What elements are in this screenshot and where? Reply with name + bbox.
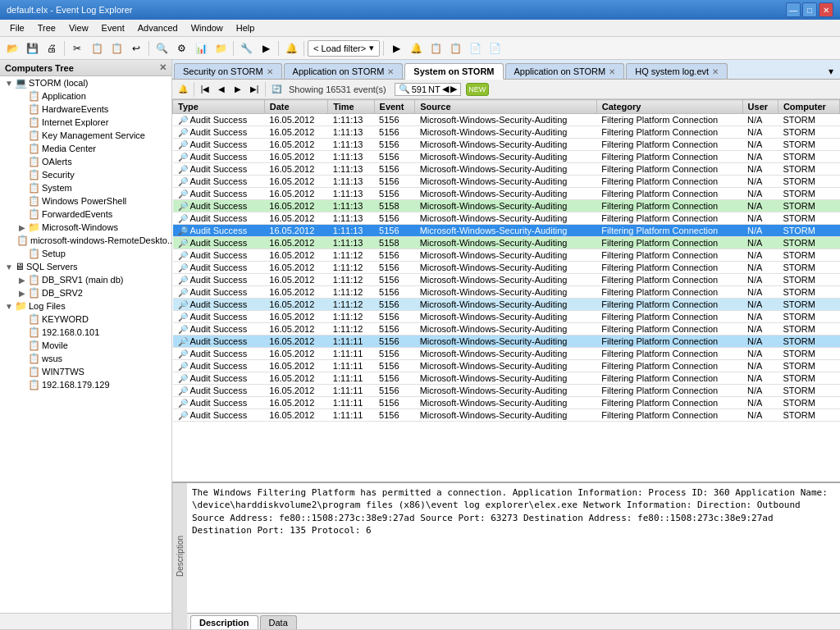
log-first-btn[interactable]: |◀ xyxy=(198,82,212,97)
table-row[interactable]: 🔎Audit Success16.05.20121:11:135156Micro… xyxy=(173,114,840,126)
table-row[interactable]: 🔎Audit Success16.05.20121:11:115156Micro… xyxy=(173,360,840,372)
tree-item[interactable]: 📋192.168.0.101 xyxy=(0,326,171,339)
table-header-cell[interactable]: Date xyxy=(264,100,328,114)
tb-print[interactable]: 🖨 xyxy=(43,39,61,57)
tree-item[interactable]: 📋192.168.179.129 xyxy=(0,378,171,391)
desc-tab-item[interactable]: Description xyxy=(190,615,258,629)
tree-item[interactable]: ▶📋DB_SRV1 (main db) xyxy=(0,273,171,286)
tb-btn-extra1[interactable]: ▶ xyxy=(387,39,405,57)
table-row[interactable]: 🔎Audit Success16.05.20121:11:125156Micro… xyxy=(173,262,840,274)
tree-item[interactable]: 📋ForwardedEvents xyxy=(0,208,171,221)
tab-close-button[interactable]: ✕ xyxy=(267,67,273,76)
tree-item[interactable]: 📋Application xyxy=(0,89,171,103)
table-row[interactable]: 🔎Audit Success16.05.20121:11:125156Micro… xyxy=(173,274,840,286)
tree-expander-icon[interactable]: ▼ xyxy=(3,79,15,88)
tree-item[interactable]: 📋Security xyxy=(0,168,171,181)
menu-advanced[interactable]: Advanced xyxy=(131,21,185,34)
table-row[interactable]: 🔎Audit Success16.05.20121:11:135156Micro… xyxy=(173,212,840,225)
table-row[interactable]: 🔎Audit Success16.05.20121:11:135158Micro… xyxy=(173,200,840,212)
tree-item[interactable]: 📋System xyxy=(0,181,171,194)
tb-folder[interactable]: 📁 xyxy=(212,39,230,57)
tree-item[interactable]: 📋Key Management Service xyxy=(0,129,171,142)
table-row[interactable]: 🔎Audit Success16.05.20121:11:115156Micro… xyxy=(173,385,840,397)
tree-item[interactable]: 📋WIN7TWS xyxy=(0,365,171,378)
tb-filter-icon[interactable]: 🔔 xyxy=(282,39,300,57)
table-row[interactable]: 🔎Audit Success16.05.20121:11:125156Micro… xyxy=(173,299,840,311)
tree-item[interactable]: 📋Movile xyxy=(0,339,171,352)
table-row[interactable]: 🔎Audit Success16.05.20121:11:135156Micro… xyxy=(173,126,840,139)
tb-save[interactable]: 💾 xyxy=(23,39,41,57)
left-panel-close-button[interactable]: ✕ xyxy=(159,62,167,73)
tree-item[interactable]: 📋KEYWORD xyxy=(0,313,171,326)
tb-cut[interactable]: ✂ xyxy=(68,39,86,57)
menu-window[interactable]: Window xyxy=(185,21,230,34)
tree-item[interactable]: 📋Windows PowerShell xyxy=(0,194,171,208)
tb-tools[interactable]: 🔧 xyxy=(237,39,255,57)
log-refresh-btn[interactable]: 🔄 xyxy=(269,82,284,97)
tab-item[interactable]: Application on STORM✕ xyxy=(505,63,625,79)
tab-item[interactable]: System on STORM xyxy=(404,63,503,80)
tb-copy[interactable]: 📋 xyxy=(88,39,106,57)
event-table-container[interactable]: TypeDateTimeEventSourceCategoryUserCompu… xyxy=(172,99,840,482)
log-new-btn[interactable]: NEW xyxy=(466,83,489,96)
filter-dropdown[interactable]: < Load filter> ▾ xyxy=(308,40,380,57)
tab-item[interactable]: HQ system log.evt✕ xyxy=(626,63,728,79)
tree-expander-icon[interactable]: ▼ xyxy=(3,302,15,311)
tree-item[interactable]: ▼📁Log Files xyxy=(0,299,171,313)
log-prev-btn[interactable]: ◀ xyxy=(214,82,229,97)
table-header-cell[interactable]: Category xyxy=(596,100,742,114)
tree-item[interactable]: 📋HardwareEvents xyxy=(0,103,171,116)
menu-tree[interactable]: Tree xyxy=(31,21,62,34)
log-next-btn[interactable]: ▶ xyxy=(231,82,245,97)
table-row[interactable]: 🔎Audit Success16.05.20121:11:115156Micro… xyxy=(173,409,840,422)
table-row[interactable]: 🔎Audit Success16.05.20121:11:135156Micro… xyxy=(173,188,840,200)
tree-expander-icon[interactable]: ▶ xyxy=(16,289,28,298)
log-last-btn[interactable]: ▶| xyxy=(247,82,262,97)
desc-tab-item[interactable]: Data xyxy=(260,615,297,629)
tb-chart[interactable]: 📊 xyxy=(192,39,210,57)
menu-event[interactable]: Event xyxy=(95,21,131,34)
tab-item[interactable]: Application on STORM✕ xyxy=(284,63,404,79)
table-row[interactable]: 🔎Audit Success16.05.20121:11:125156Micro… xyxy=(173,311,840,323)
table-header-cell[interactable]: Type xyxy=(173,100,265,114)
count-nav-left[interactable]: ◀ xyxy=(442,84,449,94)
tab-item[interactable]: Security on STORM✕ xyxy=(174,63,282,79)
table-row[interactable]: 🔎Audit Success16.05.20121:11:135156Micro… xyxy=(173,163,840,176)
table-row[interactable]: 🔎Audit Success16.05.20121:11:135156Micro… xyxy=(173,139,840,151)
tree-item[interactable]: ▼🖥SQL Servers xyxy=(0,260,171,273)
menu-help[interactable]: Help xyxy=(230,21,262,34)
tb-play[interactable]: ▶ xyxy=(257,39,275,57)
menu-view[interactable]: View xyxy=(62,21,95,34)
table-row[interactable]: 🔎Audit Success16.05.20121:11:115156Micro… xyxy=(173,348,840,360)
table-row[interactable]: 🔎Audit Success16.05.20121:11:125156Micro… xyxy=(173,323,840,336)
table-row[interactable]: 🔎Audit Success16.05.20121:11:115156Micro… xyxy=(173,397,840,409)
table-header-cell[interactable]: User xyxy=(742,100,778,114)
tree-item[interactable]: 📋Internet Explorer xyxy=(0,116,171,129)
tb-open[interactable]: 📂 xyxy=(3,39,21,57)
table-row[interactable]: 🔎Audit Success16.05.20121:11:135156Micro… xyxy=(173,176,840,188)
tree-expander-icon[interactable]: ▶ xyxy=(16,276,28,285)
tb-btn-extra2[interactable]: 🔔 xyxy=(407,39,425,57)
tb-paste[interactable]: 📋 xyxy=(107,39,126,57)
tb-btn-extra6[interactable]: 📄 xyxy=(486,39,504,57)
tree-item[interactable]: 📋microsoft-windows-RemoteDeskto... xyxy=(0,234,171,247)
tb-search[interactable]: 🔍 xyxy=(153,39,171,57)
table-row[interactable]: 🔎Audit Success16.05.20121:11:135156Micro… xyxy=(173,225,840,237)
tab-close-button[interactable]: ✕ xyxy=(712,67,719,76)
table-row[interactable]: 🔎Audit Success16.05.20121:11:135156Micro… xyxy=(173,151,840,163)
tree-item[interactable]: 📋Setup xyxy=(0,247,171,260)
table-row[interactable]: 🔎Audit Success16.05.20121:11:135158Micro… xyxy=(173,237,840,249)
tree-item[interactable]: 📋OAlerts xyxy=(0,155,171,168)
table-row[interactable]: 🔎Audit Success16.05.20121:11:125156Micro… xyxy=(173,286,840,299)
tree-expander-icon[interactable]: ▶ xyxy=(16,223,28,232)
tb-undo[interactable]: ↩ xyxy=(127,39,145,57)
tree-item[interactable]: ▶📋DB_SRV2 xyxy=(0,286,171,299)
menu-file[interactable]: File xyxy=(3,21,31,34)
tab-close-button[interactable]: ✕ xyxy=(609,67,615,76)
tree-item[interactable]: 📋Media Center xyxy=(0,142,171,155)
tree-item[interactable]: ▼💻STORM (local) xyxy=(0,76,171,89)
tree-expander-icon[interactable]: ▼ xyxy=(3,262,15,272)
tab-dropdown-button[interactable]: ▾ xyxy=(824,64,838,79)
minimize-button[interactable]: — xyxy=(786,2,801,17)
tb-btn-extra3[interactable]: 📋 xyxy=(427,39,445,57)
